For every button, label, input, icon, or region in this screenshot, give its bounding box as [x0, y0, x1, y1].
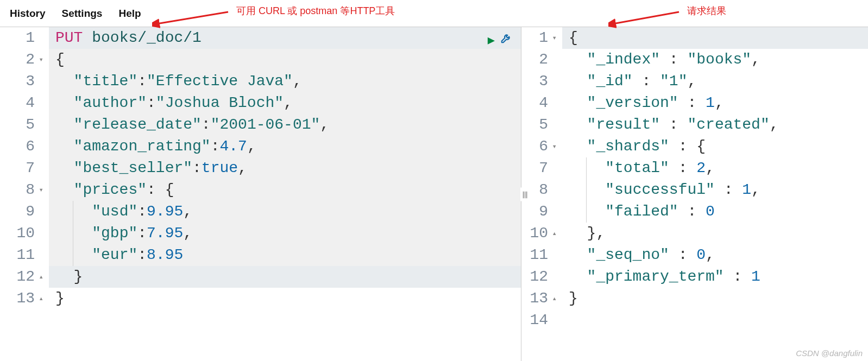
line-number: 1: [0, 27, 43, 49]
menu-history[interactable]: History: [10, 8, 45, 20]
split-panes: 12▾345678▾9101112▴13▴ ▶ PUT books/_doc/1…: [0, 27, 868, 361]
code-line[interactable]: [562, 309, 868, 331]
svg-line-1: [613, 12, 679, 24]
code-line[interactable]: "_id" : "1",: [562, 71, 868, 92]
svg-line-0: [156, 12, 228, 24]
code-line[interactable]: "author":"Joshua Bloch",: [49, 92, 521, 114]
request-gutter: 12▾345678▾9101112▴13▴: [0, 27, 49, 361]
code-line[interactable]: "prices": {: [49, 179, 521, 201]
code-line[interactable]: "eur":8.95: [49, 244, 521, 266]
code-line[interactable]: }: [49, 266, 521, 288]
menu-help[interactable]: Help: [118, 8, 141, 20]
code-line[interactable]: "failed" : 0: [562, 201, 868, 223]
request-code[interactable]: ▶ PUT books/_doc/1{ "title":"Effective J…: [49, 27, 521, 361]
line-number: 8▾: [0, 179, 43, 201]
code-line[interactable]: }: [562, 288, 868, 309]
line-number: 3: [521, 71, 557, 92]
line-number: 6: [0, 136, 43, 157]
watermark: CSDN @dangfulin: [796, 349, 863, 358]
code-line[interactable]: "usd":9.95,: [49, 201, 521, 223]
annotation-left-text: 可用 CURL 或 postman 等HTTP工具: [236, 4, 395, 17]
request-editor[interactable]: 12▾345678▾9101112▴13▴ ▶ PUT books/_doc/1…: [0, 27, 521, 361]
line-number: 12▴: [0, 266, 43, 288]
response-code: { "_index" : "books", "_id" : "1", "_ver…: [562, 27, 868, 361]
response-editor: 1▾23456▾78910▴111213▴14 { "_index" : "bo…: [521, 27, 868, 361]
run-icon[interactable]: ▶: [488, 30, 495, 52]
code-line[interactable]: "successful" : 1,: [562, 179, 868, 201]
code-line[interactable]: "total" : 2,: [562, 157, 868, 179]
code-line[interactable]: "gbp":7.95,: [49, 223, 521, 244]
line-number: 5: [0, 114, 43, 136]
line-number: 6▾: [521, 136, 557, 157]
menu-settings[interactable]: Settings: [61, 8, 102, 20]
code-line[interactable]: "release_date":"2001-06-01",: [49, 114, 521, 136]
annotation-right-text: 请求结果: [687, 4, 726, 17]
line-number: 2: [521, 49, 557, 71]
line-number: 10: [0, 223, 43, 244]
code-line[interactable]: "title":"Effective Java",: [49, 71, 521, 92]
code-line[interactable]: "best_seller":true,: [49, 157, 521, 179]
request-line-actions: ▶: [488, 30, 512, 52]
code-line[interactable]: "amazon_rating":4.7,: [49, 136, 521, 157]
line-number: 4: [0, 92, 43, 114]
code-line[interactable]: "result" : "created",: [562, 114, 868, 136]
code-line[interactable]: "_version" : 1,: [562, 92, 868, 114]
line-number: 2▾: [0, 49, 43, 71]
code-line[interactable]: {: [562, 27, 868, 49]
code-line[interactable]: },: [562, 223, 868, 244]
menubar: History Settings Help: [0, 0, 868, 27]
code-line[interactable]: {: [49, 49, 521, 71]
code-line[interactable]: "_seq_no" : 0,: [562, 244, 868, 266]
line-number: 1▾: [521, 27, 557, 49]
code-line[interactable]: }: [49, 288, 521, 309]
code-line[interactable]: PUT books/_doc/1: [49, 27, 521, 49]
line-number: 7: [0, 157, 43, 179]
wrench-icon[interactable]: [500, 30, 512, 52]
line-number: 13▴: [521, 288, 557, 309]
code-line[interactable]: "_primary_term" : 1: [562, 266, 868, 288]
line-number: 11: [0, 244, 43, 266]
line-number: 5: [521, 114, 557, 136]
code-line[interactable]: "_shards" : {: [562, 136, 868, 157]
line-number: 9: [521, 201, 557, 223]
code-line[interactable]: "_index" : "books",: [562, 49, 868, 71]
line-number: 9: [0, 201, 43, 223]
pane-divider-icon[interactable]: ⫼: [520, 187, 530, 201]
line-number: 11: [521, 244, 557, 266]
line-number: 13▴: [0, 288, 43, 309]
line-number: 7: [521, 157, 557, 179]
line-number: 14: [521, 309, 557, 331]
line-number: 4: [521, 92, 557, 114]
line-number: 12: [521, 266, 557, 288]
line-number: 3: [0, 71, 43, 92]
line-number: 10▴: [521, 223, 557, 244]
